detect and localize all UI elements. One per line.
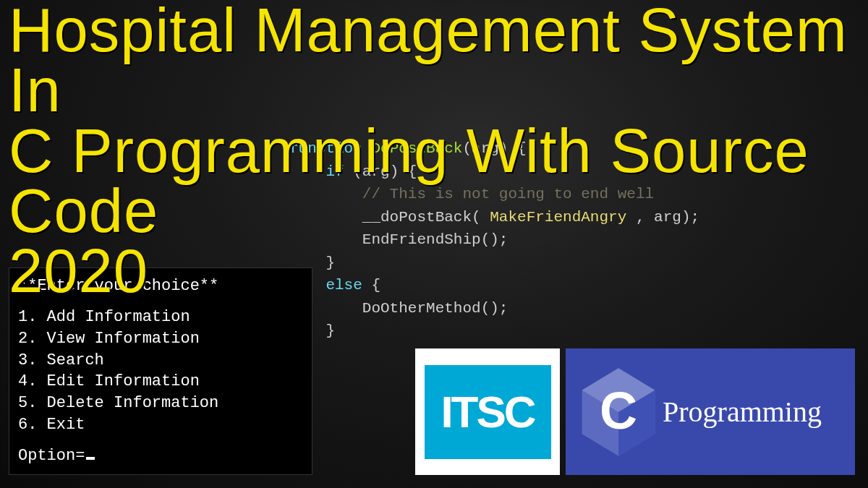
menu-item-delete: 5. Delete Information	[18, 393, 303, 414]
prompt-label: Option=	[18, 447, 85, 465]
code-text: DoOtherMethod();	[289, 300, 508, 317]
headline-line-1: Hospital Management System In	[9, 0, 868, 121]
logo-row: ITSC C Programming	[415, 348, 855, 475]
c-programming-logo: C Programming	[566, 348, 855, 475]
menu-item-exit: 6. Exit	[18, 414, 303, 436]
console-prompt: Option=	[18, 445, 303, 467]
menu-item-search: 3. Search	[18, 350, 303, 372]
headline-line-3: 2020	[9, 241, 868, 301]
programming-label: Programming	[663, 395, 822, 429]
menu-item-edit: 4. Edit Information	[18, 371, 303, 393]
cursor-icon	[86, 457, 95, 460]
c-letter: C	[600, 381, 637, 440]
hexagon-icon: C	[579, 367, 658, 458]
itsc-logo: ITSC	[415, 348, 560, 475]
headline-line-2: C Programming With Source Code	[9, 121, 868, 241]
menu-item-view: 2. View Information	[18, 328, 303, 350]
menu-item-add: 1. Add Information	[18, 307, 303, 328]
itsc-logo-text: ITSC	[425, 365, 551, 459]
headline-title: Hospital Management System In C Programm…	[9, 0, 868, 301]
